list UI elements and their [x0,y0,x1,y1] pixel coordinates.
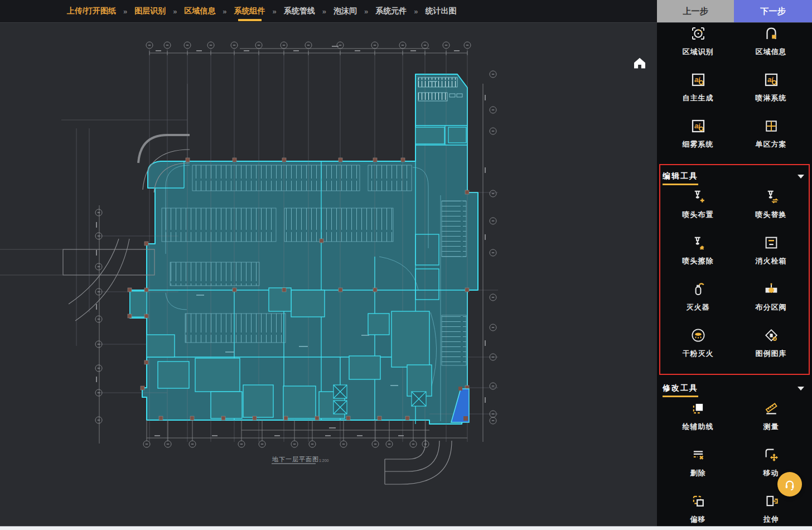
nav-step-foam-room[interactable]: 泡沫间 [334,6,357,16]
tool-ai-generate[interactable]: ai 自主生成 [661,70,734,116]
breadcrumb-separator-icon: » [223,7,226,16]
chevron-down-icon[interactable] [798,175,804,179]
home-button[interactable] [631,55,648,71]
breadcrumb-separator-icon: » [273,7,277,16]
tool-measure[interactable]: 测量 [734,398,808,445]
floor-plan-svg[interactable]: 地下一层平面图 1:200 [0,22,657,527]
previous-step-button[interactable]: 上一步 [657,0,734,22]
measure-ruler-icon [763,400,780,417]
sprinkler-replace-icon [763,188,780,205]
tool-sprinkler-place[interactable]: 喷头布置 [661,186,734,233]
tool-label: 布分区阀 [756,302,787,312]
tool-label: 删除 [690,468,706,478]
tool-offset[interactable]: 偏移 [661,491,734,527]
ai-generate-icon: ai [690,71,707,88]
nav-step-region-info[interactable]: 区域信息 [184,6,215,16]
edit-tools-grid: 喷头布置 喷头替换 喷 [661,186,808,372]
tool-sprinkler-erase[interactable]: 喷头擦除 [661,233,734,279]
modify-tools-section: 修改工具 绘辅助线 [661,378,808,527]
section-title: 编辑工具 [663,171,698,185]
tool-sprinkler-system[interactable]: ai 喷淋系统 [734,70,808,116]
nav-step-system-elements[interactable]: 系统元件 [375,6,407,16]
tool-label: 图例图库 [756,349,787,359]
tool-aux-line[interactable]: 绘辅助线 [661,398,734,445]
breadcrumb: 上传/打开图纸 » 图层识别 » 区域信息 » 系统组件 » 系统管线 » 泡沫… [67,0,457,22]
extinguisher-icon [690,281,707,297]
delete-icon [690,446,707,463]
single-zone-plan-icon [763,118,780,134]
tool-delete[interactable]: 删除 [661,445,734,491]
breadcrumb-separator-icon: » [364,7,368,16]
nav-step-system-piping[interactable]: 系统管线 [284,6,315,16]
tool-label: 绘辅助线 [683,422,714,432]
top-nav-bar: 上传/打开图纸 » 图层识别 » 区域信息 » 系统组件 » 系统管线 » 泡沫… [0,0,812,23]
tool-single-zone[interactable]: 单区方案 [734,116,808,162]
breadcrumb-separator-icon: » [173,7,177,16]
tool-sprinkler-replace[interactable]: 喷头替换 [734,186,808,233]
tool-label: 喷淋系统 [756,93,787,103]
drawing-canvas[interactable]: 地下一层平面图 1:200 [0,22,657,527]
headset-icon [782,477,797,492]
tool-label: 区域识别 [683,47,714,57]
tool-label: 喷头替换 [756,210,787,220]
region-info-icon [763,25,780,42]
tool-stretch[interactable]: 拉伸 [734,491,808,527]
tool-dry-powder[interactable]: 干粉灭火 [661,325,734,372]
aux-line-icon [690,400,707,417]
tool-label: 单区方案 [756,139,787,150]
tool-label: 灭火器 [687,302,710,312]
tool-label: 自主生成 [683,93,714,103]
zone-valve-icon [763,281,780,297]
move-icon [763,446,780,463]
support-headset-button[interactable] [777,472,802,497]
tool-extinguisher[interactable]: 灭火器 [661,279,734,325]
tool-label: 移动 [763,468,779,478]
legend-library-icon [763,327,780,344]
tool-hydrant-box[interactable]: 消火栓箱 [734,233,808,279]
stretch-icon [763,493,780,509]
edit-tools-section: 编辑工具 喷头布置 喷头替换 [659,164,810,375]
breadcrumb-separator-icon: » [322,7,326,16]
modify-tools-header[interactable]: 修改工具 [661,378,808,398]
tool-zone-valve[interactable]: 布分区阀 [734,279,808,325]
tool-label: 拉伸 [763,514,779,524]
ai-sprinkler-system-icon: ai [763,71,780,88]
tool-legend-library[interactable]: 图例图库 [734,325,808,372]
tool-label: 消火栓箱 [756,256,787,266]
chevron-down-icon[interactable] [798,387,804,391]
tool-label: 偏移 [690,514,706,524]
region-detect-icon [690,25,707,42]
bottom-edge-strip [0,526,812,530]
svg-text:1:200: 1:200 [319,459,329,462]
nav-step-system-components[interactable]: 系统组件 [234,6,265,16]
section-title: 修改工具 [663,383,698,397]
hydrant-box-icon [763,234,780,251]
tool-label: 区域信息 [756,47,787,57]
ai-mist-system-icon: ai [690,118,707,134]
tool-label: 干粉灭火 [683,349,714,359]
modify-tools-grid: 绘辅助线 测量 [661,398,808,527]
nav-step-layer-detect[interactable]: 图层识别 [134,6,166,16]
home-icon [631,55,648,71]
nav-step-upload[interactable]: 上传/打开图纸 [67,6,116,16]
offset-icon [690,493,707,509]
tool-label: 细雾系统 [683,139,714,150]
breadcrumb-separator-icon: » [414,7,418,16]
tool-label: 测量 [763,422,779,432]
breadcrumb-separator-icon: » [123,7,127,16]
tool-mist-system[interactable]: ai 细雾系统 [661,116,734,162]
tool-region-info[interactable]: 区域信息 [734,23,808,70]
tool-label: 喷头布置 [683,210,714,220]
tools-sidebar: 区域识别 区域信息 ai 自主生成 [657,22,812,527]
nav-step-stats-output[interactable]: 统计出图 [426,6,457,16]
tool-label: 喷头擦除 [683,256,714,266]
tool-region-detect[interactable]: 区域识别 [661,23,734,70]
sprinkler-erase-icon [690,234,707,251]
sprinkler-add-icon [690,188,707,205]
svg-text:地下一层平面图: 地下一层平面图 [272,456,319,462]
edit-tools-header[interactable]: 编辑工具 [661,166,808,186]
next-step-button[interactable]: 下一步 [734,0,812,22]
system-tools-grid: 区域识别 区域信息 ai 自主生成 [661,23,808,162]
dry-powder-icon [690,327,707,344]
